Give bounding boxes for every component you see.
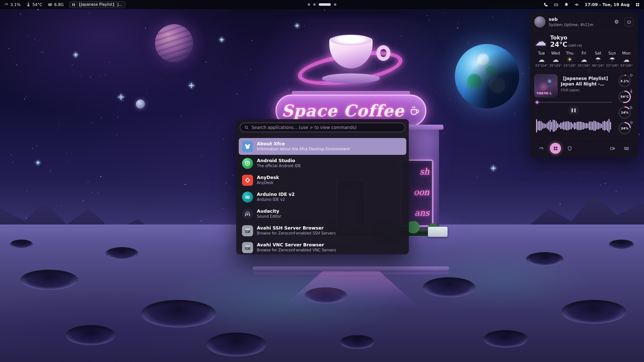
widgets-button-active[interactable] <box>550 143 561 154</box>
clock[interactable]: 17:09 - Tue, 19 Aug <box>585 2 630 7</box>
phone-icon[interactable] <box>543 2 548 7</box>
play-pause-button[interactable] <box>569 106 579 114</box>
launcher-result-row[interactable]: Avahi SSH Server BrowserBrowse for Zeroc… <box>239 222 406 239</box>
temperature-indicator[interactable]: 54°C <box>26 2 43 7</box>
app-launcher: About XfceInformation about the Xfce Des… <box>236 119 409 254</box>
audio-waveform <box>534 116 613 135</box>
gauge-icon <box>4 2 9 7</box>
weather-widget: ☁ Tokyo 24°C(GMT+9) Tue☁33°/24°Wed☁35°/2… <box>534 34 633 67</box>
launcher-result-row[interactable]: About XfceInformation about the Xfce Des… <box>239 138 406 155</box>
rain-weather-icon: ☂ <box>605 56 619 64</box>
weather-cloud-icon: ☁ <box>535 36 546 47</box>
cpu-usage-value: 3.1% <box>10 2 21 7</box>
performance-button[interactable] <box>536 143 547 154</box>
forecast-day-label: Mon <box>619 51 633 56</box>
forecast-temps: 36°/26° <box>591 64 605 67</box>
forecast-day-label: Sat <box>591 51 605 56</box>
rain-weather-icon: ☂ <box>591 56 605 64</box>
memory-value: 6.8G <box>54 2 64 7</box>
security-button[interactable] <box>564 143 575 154</box>
cpu-gauge: 3.1% <box>618 75 631 87</box>
username: seb <box>549 17 609 22</box>
search-input[interactable] <box>252 125 401 130</box>
android-app-icon <box>242 158 253 169</box>
thermometer-icon <box>26 2 31 7</box>
search-icon <box>244 125 249 130</box>
gauge-value: 14% <box>618 106 631 119</box>
launcher-results: About XfceInformation about the Xfce Des… <box>236 138 409 256</box>
cloud-weather-icon: ☁ <box>534 56 548 64</box>
app-name: Avahi VNC Server Browser <box>257 243 336 247</box>
app-name: About Xfce <box>257 142 350 146</box>
album-art-label: TOKYO L <box>537 92 552 95</box>
cpu-usage-indicator[interactable]: 3.1% <box>4 2 21 7</box>
launcher-result-row[interactable]: AnyDeskAnyDesk <box>239 172 406 189</box>
control-panel: seb System Uptime: 4h11m ⚙ ☁ Tokyo 24°C(… <box>530 12 638 157</box>
avahi-app-icon <box>242 242 253 253</box>
cup-handle <box>376 45 390 61</box>
screen-record-button[interactable] <box>607 143 618 154</box>
forecast-temps: 33°/24° <box>534 64 548 67</box>
launcher-result-row[interactable]: ∞Arduino IDE v2Arduino IDE v2 <box>239 189 406 205</box>
keyboard-button[interactable] <box>621 143 632 154</box>
forecast-day-label: Wed <box>548 51 562 56</box>
system-gauges: 3.1%54°C14%⚙24% <box>616 74 633 135</box>
arduino-app-icon: ∞ <box>242 192 253 203</box>
weather-forecast: Tue☁33°/24°Wed☁35°/25°Thu☀33°/26°Fri☁35°… <box>534 51 633 68</box>
app-description: Information about the Xfce Desktop Envir… <box>257 147 350 151</box>
workspace-dot-3-active[interactable] <box>319 3 331 6</box>
coffee-cup-icon <box>409 105 420 116</box>
pause-icon <box>72 3 75 6</box>
media-chip-label: 【Japanese Playlist】 J... <box>77 2 122 7</box>
gear-icon: ⚙ <box>629 105 633 109</box>
memory-indicator[interactable]: 6.8G <box>48 2 64 7</box>
gear-gauge: 14%⚙ <box>618 106 631 119</box>
forecast-day: Thu☀33°/26° <box>563 51 577 68</box>
volume-icon[interactable] <box>574 2 579 7</box>
system-uptime: System Uptime: 4h11m <box>549 23 609 27</box>
earth-planet <box>455 44 519 108</box>
workspace-dot-2[interactable] <box>313 3 316 6</box>
launcher-result-row[interactable]: Android StudioThe official Android IDE <box>239 155 406 172</box>
planter-box <box>428 227 448 237</box>
xfce-app-icon <box>242 141 253 152</box>
app-description: Arduino IDE v2 <box>257 198 295 202</box>
power-button[interactable] <box>624 17 633 26</box>
top-bar: 3.1% 54°C 6.8G 【Japanese Playlist】 J... … <box>0 0 644 9</box>
app-name: Android Studio <box>257 158 301 163</box>
launcher-result-row[interactable]: Avahi VNC Server BrowserBrowse for Zeroc… <box>239 239 406 256</box>
app-name: Avahi SSH Server Browser <box>257 226 336 231</box>
notifications-bell-icon[interactable] <box>564 2 569 7</box>
weather-temp: 24°C <box>550 41 567 48</box>
neon-window-text: ans <box>414 208 429 218</box>
saturn-coffee-cup <box>297 31 405 89</box>
weather-timezone: (GMT+9) <box>568 44 582 48</box>
app-grid-icon[interactable] <box>635 2 640 7</box>
launcher-result-row[interactable]: AudacitySound Editor <box>239 205 406 222</box>
forecast-day-label: Sun <box>605 51 619 56</box>
media-chip[interactable]: 【Japanese Playlist】 J... <box>69 1 126 8</box>
forecast-temps: 33°/26° <box>619 64 633 67</box>
forecast-day: Tue☁33°/24° <box>534 51 548 68</box>
thermometer-icon <box>629 89 633 93</box>
purple-planet <box>155 24 193 62</box>
search-bar[interactable] <box>240 123 405 132</box>
settings-button[interactable]: ⚙ <box>612 17 621 26</box>
shield-icon <box>567 146 572 151</box>
forecast-day: Sat☂36°/26° <box>591 51 605 68</box>
forecast-day-label: Fri <box>577 51 591 56</box>
workspace-dot-1[interactable] <box>308 3 310 6</box>
app-name: AnyDesk <box>257 175 279 180</box>
disk-icon <box>629 121 633 124</box>
app-description: The official Android IDE <box>257 164 301 168</box>
app-name: Arduino IDE v2 <box>257 192 295 197</box>
panel-header: seb System Uptime: 4h11m ⚙ <box>534 16 633 27</box>
progress-handle[interactable] <box>536 101 539 104</box>
gauge-value: 24% <box>618 122 631 134</box>
media-progress-bar[interactable] <box>535 102 612 103</box>
album-art[interactable]: TOKYO L <box>534 74 557 97</box>
workspace-dot-4[interactable] <box>334 3 336 6</box>
cpu-icon <box>629 73 633 77</box>
video-camera-icon <box>610 146 615 151</box>
network-card-icon[interactable] <box>554 2 558 7</box>
